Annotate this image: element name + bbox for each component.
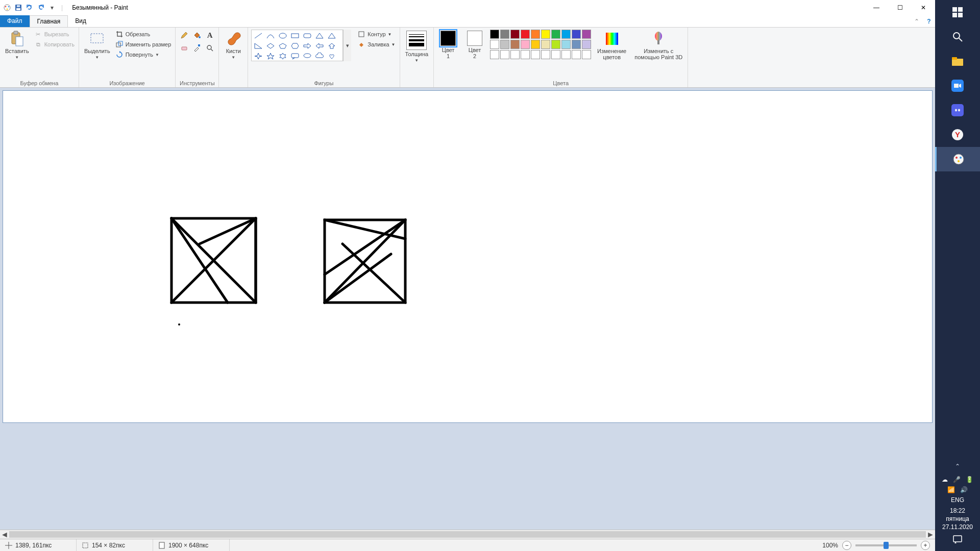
- qat-undo-icon[interactable]: [26, 4, 34, 12]
- titlebar[interactable]: ▾ | Безымянный - Paint ― ☐ ✕: [0, 0, 935, 15]
- shape-fill-button[interactable]: Заливка▼: [356, 40, 396, 49]
- palette-row1[interactable]: [490, 30, 591, 39]
- palette-color[interactable]: [531, 30, 540, 39]
- palette-custom-slot[interactable]: [500, 50, 509, 59]
- palette-color[interactable]: [490, 40, 499, 49]
- tray-wifi-icon[interactable]: 📶: [947, 486, 955, 493]
- taskbar-yandex-icon[interactable]: Y: [935, 122, 980, 147]
- magnifier-tool-icon[interactable]: [204, 42, 215, 54]
- shape-curve-icon[interactable]: [265, 31, 276, 40]
- pencil-tool-icon[interactable]: [179, 30, 190, 41]
- shape-polygon-icon[interactable]: [314, 31, 325, 40]
- shape-cloud-icon[interactable]: [314, 52, 325, 61]
- search-button[interactable]: [935, 24, 980, 49]
- text-tool-icon[interactable]: A: [204, 30, 215, 41]
- paint3d-button[interactable]: Изменить с помощью Paint 3D: [632, 30, 684, 61]
- palette-color[interactable]: [561, 40, 571, 49]
- shapes-more-icon[interactable]: ▾: [343, 30, 351, 61]
- shape-callout2-icon[interactable]: [302, 52, 313, 61]
- shape-oval-icon[interactable]: [277, 31, 288, 40]
- minimize-button[interactable]: ―: [865, 0, 888, 15]
- palette-custom-slot[interactable]: [541, 50, 550, 59]
- resize-button[interactable]: Изменить размер: [114, 40, 173, 49]
- zoom-out-button[interactable]: −: [842, 541, 851, 550]
- palette-color[interactable]: [500, 30, 509, 39]
- taskbar-paint-icon[interactable]: [935, 147, 980, 171]
- select-button[interactable]: Выделить ▼: [82, 30, 112, 61]
- palette-color[interactable]: [572, 30, 581, 39]
- ribbon-collapse-icon[interactable]: ⌃: [911, 15, 923, 27]
- palette-custom-slot[interactable]: [521, 50, 530, 59]
- palette-custom[interactable]: [490, 50, 591, 59]
- tray-mic-icon[interactable]: 🎤: [953, 476, 961, 483]
- maximize-button[interactable]: ☐: [888, 0, 912, 15]
- palette-row2[interactable]: [490, 40, 591, 49]
- shape-pentagon-icon[interactable]: [277, 41, 288, 51]
- palette-custom-slot[interactable]: [531, 50, 540, 59]
- shape-heart-icon[interactable]: [326, 52, 337, 61]
- qat-save-icon[interactable]: [14, 4, 22, 12]
- tray-battery-icon[interactable]: 🔋: [966, 476, 973, 483]
- shape-rtri-icon[interactable]: [253, 41, 264, 51]
- palette-custom-slot[interactable]: [572, 50, 581, 59]
- rotate-button[interactable]: Повернуть ▼: [114, 50, 173, 59]
- palette-color[interactable]: [521, 30, 530, 39]
- palette-color[interactable]: [582, 40, 591, 49]
- canvas[interactable]: [3, 91, 932, 422]
- tab-view[interactable]: Вид: [68, 15, 93, 27]
- palette-color[interactable]: [551, 40, 560, 49]
- shape-star6-icon[interactable]: [277, 52, 288, 61]
- tray-language[interactable]: ENG: [951, 496, 964, 504]
- taskbar-explorer-icon[interactable]: [935, 49, 980, 73]
- fill-tool-icon[interactable]: [191, 30, 203, 41]
- shape-arrowr-icon[interactable]: [302, 41, 313, 51]
- zoom-in-button[interactable]: +: [921, 541, 930, 550]
- scroll-thumb[interactable]: [9, 531, 926, 538]
- shape-outline-button[interactable]: Контур▼: [356, 30, 396, 39]
- qat-customize-icon[interactable]: ▾: [48, 4, 56, 12]
- shape-arrowl-icon[interactable]: [314, 41, 325, 51]
- palette-color[interactable]: [531, 40, 540, 49]
- palette-custom-slot[interactable]: [551, 50, 560, 59]
- palette-color[interactable]: [541, 40, 550, 49]
- shapes-gallery[interactable]: [251, 30, 343, 61]
- edit-colors-button[interactable]: Изменение цветов: [595, 30, 628, 61]
- tab-home[interactable]: Главная: [30, 15, 68, 27]
- taskbar-zoom-icon[interactable]: [935, 73, 980, 98]
- crop-button[interactable]: Обрезать: [114, 30, 173, 39]
- palette-color[interactable]: [490, 30, 499, 39]
- horizontal-scrollbar[interactable]: ◄ ►: [0, 530, 935, 539]
- eraser-tool-icon[interactable]: [179, 42, 190, 54]
- palette-custom-slot[interactable]: [582, 50, 591, 59]
- start-button[interactable]: [935, 0, 980, 24]
- tab-file[interactable]: Файл: [0, 15, 30, 27]
- scroll-right-icon[interactable]: ►: [926, 530, 935, 539]
- zoom-slider[interactable]: [855, 544, 917, 546]
- shape-line-icon[interactable]: [253, 31, 264, 40]
- shape-roundrect-icon[interactable]: [302, 31, 313, 40]
- palette-color[interactable]: [510, 30, 520, 39]
- color2-button[interactable]: Цвет 2: [463, 30, 486, 60]
- brushes-button[interactable]: Кисти ▼: [222, 30, 244, 61]
- shape-star4-icon[interactable]: [253, 52, 264, 61]
- palette-color[interactable]: [500, 40, 509, 49]
- taskbar-discord-icon[interactable]: [935, 98, 980, 122]
- palette-custom-slot[interactable]: [510, 50, 520, 59]
- palette-color[interactable]: [561, 30, 571, 39]
- palette-color[interactable]: [541, 30, 550, 39]
- close-button[interactable]: ✕: [912, 0, 935, 15]
- palette-color[interactable]: [510, 40, 520, 49]
- workarea[interactable]: ◄ ►: [0, 88, 935, 539]
- palette-custom-slot[interactable]: [561, 50, 571, 59]
- picker-tool-icon[interactable]: [191, 42, 203, 54]
- color1-button[interactable]: Цвет 1: [437, 30, 459, 60]
- shape-hexagon-icon[interactable]: [289, 41, 301, 51]
- palette-color[interactable]: [582, 30, 591, 39]
- palette-custom-slot[interactable]: [490, 50, 499, 59]
- tray-expand-icon[interactable]: ⌃: [955, 460, 960, 473]
- shape-triangle-icon[interactable]: [326, 31, 337, 40]
- shape-star5-icon[interactable]: [265, 52, 276, 61]
- tray-notifications-icon[interactable]: [952, 534, 963, 546]
- tray-clock[interactable]: 18:22 пятница 27.11.2020: [942, 507, 973, 531]
- palette-color[interactable]: [572, 40, 581, 49]
